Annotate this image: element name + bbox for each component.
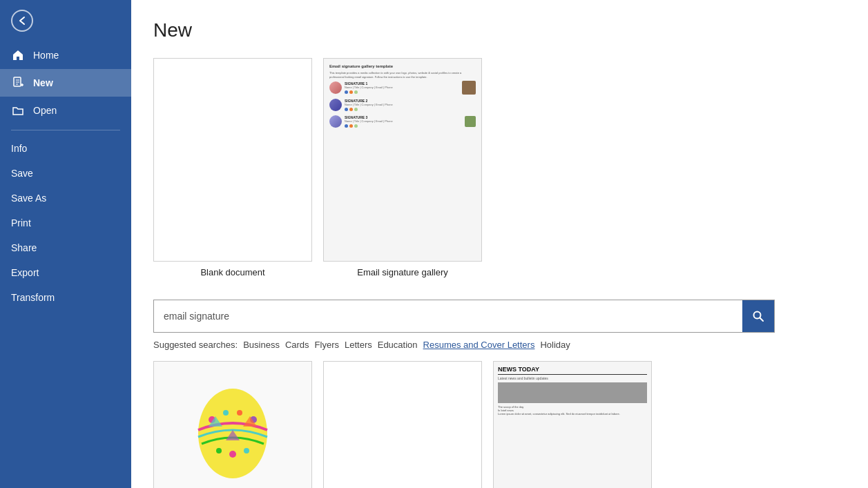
- easter-egg-preview: [154, 362, 311, 488]
- template-thumb-email-sig: Email signature gallery template This te…: [323, 58, 482, 262]
- sidebar-item-transform[interactable]: Transform: [0, 285, 131, 310]
- suggested-link-cards[interactable]: Cards: [285, 340, 309, 350]
- template-label-email-sig: Email signature gallery: [357, 267, 448, 277]
- sidebar-item-label-open: Open: [33, 105, 57, 116]
- sidebar-item-save[interactable]: Save: [0, 161, 131, 186]
- sidebar: Home New Open: [0, 0, 131, 488]
- sidebar-item-new[interactable]: New: [0, 69, 131, 97]
- template-thumb-easter: [153, 361, 312, 488]
- result-templates-row: NEWS TODAY Latest news and bulletin upda…: [153, 361, 846, 488]
- back-button[interactable]: [0, 0, 131, 41]
- suggested-link-business[interactable]: Business: [243, 340, 280, 350]
- template-thumb-middle: [323, 361, 482, 488]
- sidebar-item-info[interactable]: Info: [0, 136, 131, 161]
- news-preview: NEWS TODAY Latest news and bulletin upda…: [494, 362, 651, 488]
- blank-doc-preview: [154, 59, 311, 261]
- suggested-link-letters[interactable]: Letters: [345, 340, 372, 350]
- page-title: New: [153, 19, 846, 41]
- open-folder-icon: [11, 104, 25, 117]
- search-input[interactable]: [154, 304, 742, 329]
- svg-line-7: [760, 318, 764, 322]
- svg-point-14: [229, 451, 236, 458]
- sidebar-item-home[interactable]: Home: [0, 41, 131, 69]
- sidebar-item-label-home: Home: [33, 50, 59, 61]
- search-icon: [752, 310, 764, 322]
- new-doc-icon: [11, 76, 25, 90]
- svg-point-10: [223, 410, 229, 416]
- sidebar-menu: Info Save Save As Print Share Export Tra…: [0, 136, 131, 310]
- arrow-left-icon: [17, 16, 27, 26]
- suggested-link-holiday[interactable]: Holiday: [540, 340, 570, 350]
- search-section: Suggested searches: Business Cards Flyer…: [153, 300, 846, 350]
- svg-point-15: [244, 448, 249, 453]
- template-card-news[interactable]: NEWS TODAY Latest news and bulletin upda…: [493, 361, 652, 488]
- sidebar-item-label-new: New: [33, 77, 53, 88]
- suggested-searches: Suggested searches: Business Cards Flyer…: [153, 340, 846, 350]
- template-label-blank: Blank document: [200, 267, 264, 277]
- search-bar: [153, 300, 775, 333]
- sidebar-divider: [11, 130, 120, 130]
- sidebar-item-share[interactable]: Share: [0, 235, 131, 260]
- featured-templates-row: Blank document Email signature gallery t…: [153, 58, 846, 277]
- template-thumb-blank: [153, 58, 312, 262]
- template-thumb-news: NEWS TODAY Latest news and bulletin upda…: [493, 361, 652, 488]
- suggested-link-flyers[interactable]: Flyers: [315, 340, 339, 350]
- home-icon: [11, 48, 25, 62]
- svg-point-11: [237, 410, 242, 416]
- easter-egg-svg: [188, 375, 278, 485]
- sidebar-item-save-as[interactable]: Save As: [0, 186, 131, 211]
- sidebar-item-export[interactable]: Export: [0, 260, 131, 285]
- suggested-link-resumes[interactable]: Resumes and Cover Letters: [423, 340, 535, 350]
- avatar-photo-3: [465, 116, 476, 127]
- sidebar-item-print[interactable]: Print: [0, 211, 131, 235]
- template-card-blank[interactable]: Blank document: [153, 58, 312, 277]
- template-card-middle[interactable]: [323, 361, 482, 488]
- middle-blank-preview: [324, 362, 481, 488]
- avatar-photo-1: [462, 81, 476, 95]
- main-content: New Blank document Email signature galle…: [131, 0, 868, 488]
- back-circle-icon: [11, 10, 33, 32]
- svg-point-13: [216, 448, 222, 453]
- template-card-email-sig[interactable]: Email signature gallery template This te…: [323, 58, 482, 277]
- suggested-link-education[interactable]: Education: [378, 340, 418, 350]
- sidebar-nav: Home New Open: [0, 41, 131, 124]
- template-card-easter[interactable]: [153, 361, 312, 488]
- email-sig-preview: Email signature gallery template This te…: [324, 59, 481, 261]
- search-button[interactable]: [742, 300, 774, 332]
- sidebar-item-open[interactable]: Open: [0, 97, 131, 124]
- suggested-label: Suggested searches:: [153, 340, 238, 350]
